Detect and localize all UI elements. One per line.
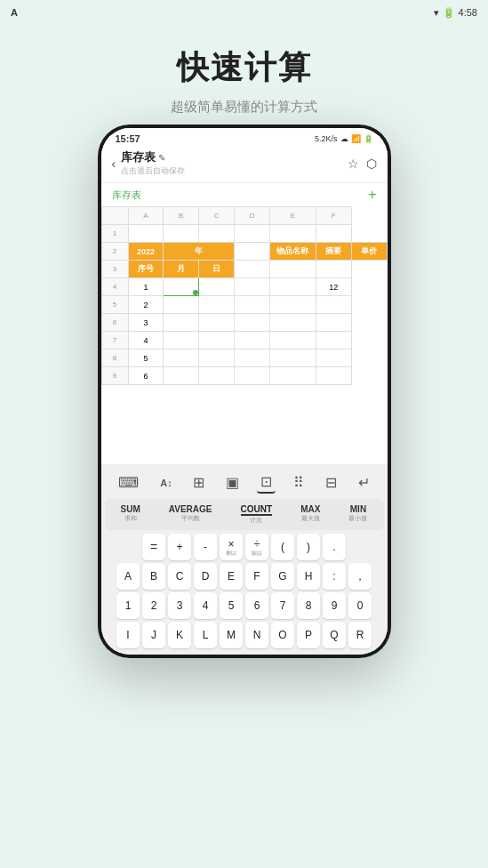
key-3[interactable]: 3 bbox=[168, 592, 191, 619]
key-2[interactable]: 2 bbox=[142, 592, 165, 619]
formula-button[interactable]: ⊟ bbox=[322, 472, 340, 493]
cell-9b[interactable] bbox=[164, 367, 199, 385]
key-J[interactable]: J bbox=[142, 622, 165, 648]
key-R[interactable]: R bbox=[348, 622, 372, 648]
cell-4d[interactable] bbox=[235, 278, 270, 296]
cell-1a[interactable] bbox=[128, 225, 164, 243]
enter-button[interactable]: ↵ bbox=[355, 472, 373, 493]
cell-5a[interactable]: 2 bbox=[128, 296, 164, 314]
key-7[interactable]: 7 bbox=[271, 592, 294, 619]
cell-6d[interactable] bbox=[235, 314, 270, 332]
cell-4b-selected[interactable] bbox=[164, 278, 199, 296]
cell-2d[interactable]: 物品名称 bbox=[269, 243, 316, 261]
function-button[interactable]: ⊡ bbox=[257, 471, 276, 494]
key-0[interactable]: 0 bbox=[348, 592, 372, 619]
open-paren-key[interactable]: ( bbox=[271, 534, 294, 560]
key-C[interactable]: C bbox=[168, 563, 191, 590]
cell-7c[interactable] bbox=[199, 332, 235, 350]
cell-3f[interactable] bbox=[316, 261, 351, 278]
key-5[interactable]: 5 bbox=[220, 592, 243, 619]
key-K[interactable]: K bbox=[168, 622, 191, 648]
key-A[interactable]: A bbox=[116, 563, 140, 590]
cell-8f[interactable] bbox=[316, 350, 351, 367]
min-button[interactable]: MIN 最小值 bbox=[345, 502, 371, 526]
cell-7a[interactable]: 4 bbox=[128, 332, 164, 350]
cell-7d[interactable] bbox=[235, 332, 270, 350]
count-button[interactable]: COUNT 计次 bbox=[237, 502, 276, 526]
key-9[interactable]: 9 bbox=[323, 592, 346, 619]
key-B[interactable]: B bbox=[142, 563, 165, 590]
cell-4e[interactable] bbox=[269, 278, 316, 296]
cell-1c[interactable] bbox=[199, 225, 235, 243]
col-c[interactable]: C bbox=[199, 207, 235, 225]
cell-7b[interactable] bbox=[164, 332, 199, 350]
key-G[interactable]: G bbox=[271, 563, 294, 590]
edit-icon[interactable]: ✎ bbox=[158, 153, 165, 163]
cell-6b[interactable] bbox=[164, 314, 199, 332]
cell-1b[interactable] bbox=[164, 225, 199, 243]
cell-5e[interactable] bbox=[269, 296, 316, 314]
col-f[interactable]: F bbox=[316, 207, 351, 225]
cell-5c[interactable] bbox=[199, 296, 235, 314]
text-format-button[interactable]: A↕ bbox=[156, 476, 175, 490]
cell-2e[interactable]: 摘要 bbox=[316, 243, 351, 261]
key-Q[interactable]: Q bbox=[323, 622, 346, 648]
key-O[interactable]: O bbox=[271, 622, 294, 648]
cell-3c[interactable]: 日 bbox=[199, 261, 235, 278]
grid-button[interactable]: ⊞ bbox=[189, 472, 208, 493]
apps-button[interactable]: ⠿ bbox=[290, 472, 308, 493]
col-d[interactable]: D bbox=[235, 207, 270, 225]
cell-3d[interactable] bbox=[235, 261, 270, 278]
cell-5b[interactable] bbox=[164, 296, 199, 314]
cell-8b[interactable] bbox=[164, 350, 199, 367]
share-button[interactable]: ⬡ bbox=[366, 157, 377, 171]
key-N[interactable]: N bbox=[245, 622, 268, 648]
cell-2a[interactable]: 2022 bbox=[128, 243, 164, 261]
col-a[interactable]: A bbox=[128, 207, 164, 225]
cell-9f[interactable] bbox=[316, 367, 351, 385]
sum-button[interactable]: SUM 求和 bbox=[117, 502, 144, 526]
keyboard-toggle-button[interactable]: ⌨ bbox=[115, 472, 142, 493]
key-F[interactable]: F bbox=[245, 563, 268, 590]
cell-1e[interactable] bbox=[269, 225, 316, 243]
key-D[interactable]: D bbox=[194, 563, 217, 590]
close-paren-key[interactable]: ) bbox=[297, 534, 320, 560]
cell-8e[interactable] bbox=[269, 350, 316, 367]
cell-3a[interactable]: 序号 bbox=[128, 261, 164, 278]
key-I[interactable]: I bbox=[116, 622, 140, 648]
key-M[interactable]: M bbox=[220, 622, 243, 648]
key-comma[interactable]: ， bbox=[348, 563, 372, 590]
tab-inventory[interactable]: 库存表 bbox=[112, 189, 141, 202]
col-e[interactable]: E bbox=[269, 207, 316, 225]
dot-key[interactable]: . bbox=[323, 534, 346, 560]
average-button[interactable]: AVERAGE 平均数 bbox=[165, 502, 216, 526]
key-P[interactable]: P bbox=[297, 622, 320, 648]
cell-2c[interactable] bbox=[235, 243, 270, 261]
minus-key[interactable]: - bbox=[194, 534, 217, 560]
multiply-key[interactable]: × 乘以 bbox=[220, 534, 243, 560]
star-button[interactable]: ☆ bbox=[348, 157, 359, 171]
col-b[interactable]: B bbox=[164, 207, 199, 225]
cell-8d[interactable] bbox=[235, 350, 270, 367]
key-6[interactable]: 6 bbox=[245, 592, 268, 619]
key-colon[interactable]: : bbox=[323, 563, 346, 590]
cell-9e[interactable] bbox=[269, 367, 316, 385]
cell-4f[interactable]: 12 bbox=[316, 278, 351, 296]
cell-2b[interactable]: 年 bbox=[164, 243, 235, 261]
max-button[interactable]: MAX 最大值 bbox=[297, 502, 324, 526]
plus-key[interactable]: + bbox=[168, 534, 191, 560]
cell-4a[interactable]: 1 bbox=[128, 278, 164, 296]
cell-1d[interactable] bbox=[235, 225, 270, 243]
cell-6f[interactable] bbox=[316, 314, 351, 332]
cell-7e[interactable] bbox=[269, 332, 316, 350]
cell-9a[interactable]: 6 bbox=[128, 367, 164, 385]
cell-6a[interactable]: 3 bbox=[128, 314, 164, 332]
cell-5d[interactable] bbox=[235, 296, 270, 314]
cell-9d[interactable] bbox=[235, 367, 270, 385]
cell-1f[interactable] bbox=[316, 225, 351, 243]
key-4[interactable]: 4 bbox=[194, 592, 217, 619]
key-1[interactable]: 1 bbox=[116, 592, 140, 619]
divide-key[interactable]: ÷ 除以 bbox=[245, 534, 268, 560]
cell-3b[interactable]: 月 bbox=[164, 261, 199, 278]
cell-6c[interactable] bbox=[199, 314, 235, 332]
